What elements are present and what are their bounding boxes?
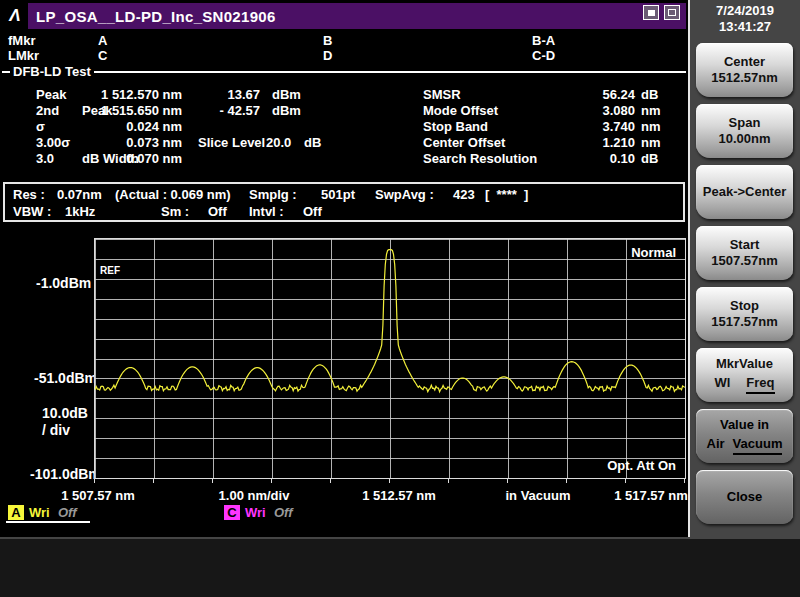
key-mkr-value-option-freq[interactable]: Freq [746,375,774,394]
meas-row-label: Peak [36,87,66,102]
x-axis-ticks [94,479,686,483]
key-mkr-value[interactable]: MkrValue Wl Freq [696,348,793,402]
y-axis-perdiv-label: 10.0dB [42,406,88,421]
key-stop[interactable]: Stop 1517.57nm [696,287,793,341]
lmkr-c: C [98,48,107,63]
y-axis-bottom-label: -101.0dBm [30,467,101,482]
y-axis-ref-label: -1.0dBm [36,276,91,291]
maximize-icon [668,9,676,16]
search-resolution-label: Search Resolution [423,151,537,166]
key-value-in-option-air[interactable]: Air [707,436,725,455]
title-bar: Λ LP_OSA__LD-PD_Inc_SN021906 [2,3,686,29]
search-resolution-unit: dB [641,151,658,166]
center-offset-value: 1.210 [561,135,635,150]
lmkr-label: LMkr [8,48,39,63]
smsr-label: SMSR [423,87,461,102]
date-display: 7/24/2019 [690,3,800,19]
key-mkr-value-option-wl[interactable]: Wl [714,375,730,394]
key-peak-to-center-label: Peak->Center [703,184,786,200]
x-axis-start-label: 1 507.57 nm [61,488,135,503]
key-center-label: Center 1512.57nm [711,54,778,86]
sm-value: Off [208,204,227,219]
key-start-label: Start 1507.57nm [711,237,778,269]
key-close-label: Close [727,489,762,505]
sweep-settings-box: Res : 0.07nm (Actual : 0.069 nm) Smplg :… [3,182,685,222]
trace-a-polyline [95,250,685,392]
test-name-divider-left [2,71,10,73]
spectrum-chart: REF Normal Opt. Att On [94,238,686,479]
mode-offset-value: 3.080 [561,103,635,118]
intvl-label: Intvl : [249,204,284,219]
trace-a-plot [95,239,685,478]
slice-level-unit: dB [304,135,321,150]
res-value: 0.07nm [57,187,102,202]
meas-row-value: 1 515.650 nm [88,103,182,118]
window-maximize-button[interactable] [664,5,680,20]
key-mkr-value-options: Wl Freq [696,375,793,394]
stop-band-value: 3.740 [561,119,635,134]
trace-a-letter: A [11,505,20,520]
mode-offset-unit: nm [641,103,661,118]
lmkr-d: D [323,48,332,63]
smsr-value: 56.24 [561,87,635,102]
y-axis-perdiv-label2: / div [42,423,70,438]
meas-row-value: 0.024 nm [88,119,182,134]
opt-att-status: Opt. Att On [607,458,676,473]
slice-level-label: Slice Level [198,135,265,150]
intvl-value: Off [303,204,322,219]
meas-row-unit: dBm [272,103,301,118]
search-resolution-value: 0.10 [561,151,635,166]
key-peak-to-center[interactable]: Peak->Center [696,165,793,219]
smplg-value: 501pt [321,187,355,202]
bottom-menu-bar: Wave- length Level Scale Res/VBW/ Avg Pe… [0,537,800,597]
meas-row-value: 1 512.570 nm [88,87,182,102]
fmkr-b: B [323,33,332,48]
key-mkr-value-label: MkrValue [716,356,773,372]
y-axis-mid-label: -51.0dBm [34,371,97,386]
trace-a-state: Off [58,505,77,520]
key-close[interactable]: Close [696,470,793,524]
trace-c-letter: C [227,505,236,520]
swpavg-label: SwpAvg : [375,187,434,202]
x-axis-perdiv-label: 1.00 nm/div [219,488,290,503]
trace-a-mode: Wri [29,505,50,520]
window-minimize-button[interactable] [643,5,659,20]
meas-row-label: 3.00σ [36,135,70,150]
time-display: 13:41:27 [690,19,800,35]
meas-row-level: - 42.57 [194,103,260,118]
key-value-in-options: Air Vacuum [696,436,793,455]
anritsu-logo-icon: Λ [2,3,28,29]
key-center[interactable]: Center 1512.57nm [696,43,793,97]
meas-row-label: 3.0 [36,151,54,166]
smsr-unit: dB [641,87,658,102]
center-offset-label: Center Offset [423,135,505,150]
trace-a-chip[interactable]: A [8,505,24,520]
trace-a-active-underline [6,521,90,523]
osa-screen: Λ LP_OSA__LD-PD_Inc_SN021906 fMkr A B B-… [0,0,800,597]
fmkr-label: fMkr [8,33,35,48]
key-value-in[interactable]: Value in Air Vacuum [696,409,793,463]
key-span[interactable]: Span 10.00nm [696,104,793,158]
trace-c-chip[interactable]: C [224,505,240,520]
swpavg-note: [ **** ] [485,187,528,202]
main-display: Λ LP_OSA__LD-PD_Inc_SN021906 fMkr A B B-… [0,0,690,537]
x-axis-center-label: 1 512.57 nm [362,488,436,503]
meas-row-value: 0.073 nm [88,135,182,150]
swpavg-value: 423 [453,187,475,202]
key-value-in-option-vacuum[interactable]: Vacuum [733,436,783,455]
function-key-sidebar: 7/24/2019 13:41:27 Center 1512.57nm Span… [690,0,800,537]
trace-mode-label: Normal [631,245,676,260]
trace-c-mode: Wri [245,505,266,520]
res-actual: (Actual : 0.069 nm) [115,187,231,202]
test-name: DFB-LD Test [13,64,91,79]
res-label: Res : [13,187,45,202]
meas-row-label: 2nd [36,103,59,118]
key-start[interactable]: Start 1507.57nm [696,226,793,280]
smplg-label: Smplg : [249,187,297,202]
vbw-label: VBW : [13,204,51,219]
window-title: LP_OSA__LD-PD_Inc_SN021906 [36,8,276,25]
meas-row-unit: dBm [272,87,301,102]
fmkr-a: A [98,33,107,48]
datetime-display: 7/24/2019 13:41:27 [690,3,800,35]
meas-row-level: 13.67 [194,87,260,102]
